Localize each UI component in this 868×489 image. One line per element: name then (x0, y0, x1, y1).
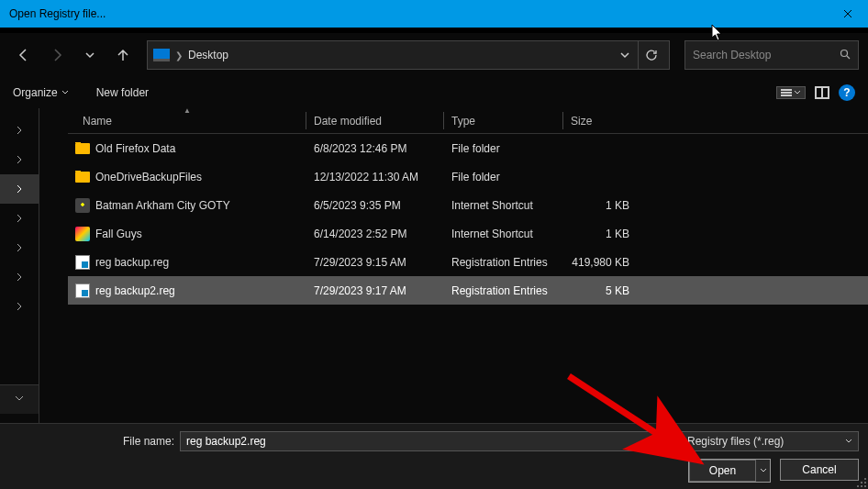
close-icon (843, 9, 852, 18)
file-date: 12/13/2022 11:30 AM (306, 171, 444, 183)
file-row[interactable]: OneDriveBackupFiles12/13/2022 11:30 AMFi… (68, 162, 868, 191)
file-size: 419,980 KB (563, 256, 637, 269)
chevron-down-icon (760, 467, 767, 474)
chevron-down-icon (794, 89, 801, 96)
open-button[interactable]: Open (689, 460, 755, 482)
file-size: 1 KB (563, 199, 637, 212)
tree-item[interactable] (0, 145, 39, 174)
file-size: 1 KB (563, 228, 637, 240)
file-row[interactable]: Fall Guys6/14/2023 2:52 PMInternet Short… (68, 219, 868, 248)
file-date: 6/5/2023 9:35 PM (306, 199, 444, 212)
file-date: 7/29/2023 9:17 AM (306, 284, 444, 297)
cancel-button[interactable]: Cancel (780, 459, 859, 481)
arrow-up-icon (116, 48, 130, 62)
refresh-button[interactable] (638, 41, 663, 69)
refresh-icon (645, 49, 658, 61)
address-bar[interactable]: ❯ Desktop (147, 40, 670, 70)
file-name: Old Firefox Data (95, 142, 175, 155)
column-headers: ▲ Name Date modified Type Size (68, 108, 868, 134)
file-type: Internet Shortcut (444, 199, 563, 212)
file-row[interactable]: reg backup.reg7/29/2023 9:15 AMRegistrat… (68, 248, 868, 276)
recent-dropdown[interactable] (75, 40, 105, 70)
folder-icon (75, 143, 90, 154)
file-name: reg backup.reg (95, 256, 169, 269)
forward-button[interactable] (42, 40, 72, 70)
chevron-down-icon (85, 50, 95, 60)
tree-item[interactable] (0, 233, 39, 262)
preview-pane-icon (815, 86, 829, 99)
file-size: 5 KB (563, 284, 637, 297)
window-title: Open Registry file... (9, 7, 827, 20)
file-type: Registration Entries (444, 284, 563, 297)
tree-item[interactable] (0, 292, 39, 321)
help-button[interactable]: ? (839, 84, 855, 101)
file-type: File folder (444, 142, 563, 155)
tree-item[interactable] (0, 204, 39, 233)
tree-item[interactable] (0, 384, 39, 414)
filetype-select[interactable]: Registry files (*.reg) (681, 431, 859, 451)
file-type: Registration Entries (444, 256, 563, 269)
file-row[interactable]: Batman Arkham City GOTY6/5/2023 9:35 PMI… (68, 191, 868, 219)
view-options-button[interactable] (776, 86, 806, 99)
chevron-down-icon (845, 438, 852, 445)
tree-folder-column (39, 108, 68, 423)
column-date[interactable]: Date modified (306, 108, 444, 133)
tree-item[interactable] (0, 262, 39, 292)
filename-input[interactable] (180, 431, 675, 451)
svg-point-0 (841, 50, 848, 57)
file-type: Internet Shortcut (444, 228, 563, 240)
chevron-down-icon (61, 89, 69, 96)
back-button[interactable] (9, 40, 39, 70)
nav-tree (0, 108, 39, 423)
up-button[interactable] (108, 40, 138, 70)
search-input[interactable] (693, 49, 840, 61)
arrow-right-icon (50, 48, 64, 62)
preview-pane-button[interactable] (815, 86, 829, 99)
toolbar: Organize New folder ? (0, 77, 868, 108)
arrow-left-icon (17, 48, 31, 62)
new-folder-button[interactable]: New folder (96, 86, 149, 99)
file-date: 6/8/2023 12:46 PM (306, 142, 444, 155)
file-name: Fall Guys (95, 228, 142, 240)
chevron-down-icon (620, 50, 629, 60)
footer-panel: File name: Registry files (*.reg) Open C… (0, 423, 868, 489)
desktop-icon (153, 49, 170, 61)
shortcut-icon (75, 198, 90, 213)
column-name[interactable]: ▲ Name (68, 108, 306, 133)
filename-label: File name: (9, 435, 174, 448)
column-size[interactable]: Size (563, 108, 637, 133)
file-date: 7/29/2023 9:15 AM (306, 256, 444, 269)
main-area: ▲ Name Date modified Type Size Old Firef… (0, 108, 868, 423)
folder-icon (75, 172, 90, 183)
search-icon (840, 47, 851, 63)
list-view-icon (781, 89, 792, 96)
resize-grip[interactable] (855, 476, 866, 487)
file-date: 6/14/2023 2:52 PM (306, 228, 444, 240)
title-bar: Open Registry file... (0, 0, 868, 28)
tree-item[interactable] (0, 174, 39, 204)
address-history-dropdown[interactable] (612, 41, 638, 69)
file-type: File folder (444, 171, 563, 183)
file-name: OneDriveBackupFiles (95, 171, 202, 183)
organize-menu[interactable]: Organize (13, 86, 69, 99)
tree-item[interactable] (0, 116, 39, 145)
file-name: reg backup2.reg (95, 284, 175, 297)
nav-bar: ❯ Desktop (0, 33, 868, 77)
breadcrumb-segment[interactable]: Desktop (188, 49, 228, 61)
open-button-group: Open (688, 459, 771, 483)
reg-file-icon (75, 255, 90, 270)
close-button[interactable] (827, 0, 868, 28)
sort-ascending-icon: ▲ (184, 106, 191, 115)
file-row[interactable]: Old Firefox Data6/8/2023 12:46 PMFile fo… (68, 134, 868, 162)
search-box[interactable] (684, 40, 859, 70)
column-type[interactable]: Type (444, 108, 563, 133)
open-dropdown[interactable] (755, 460, 770, 482)
file-list: ▲ Name Date modified Type Size Old Firef… (68, 108, 868, 423)
breadcrumb-sep: ❯ (175, 50, 183, 61)
file-name: Batman Arkham City GOTY (95, 199, 230, 212)
shortcut-icon (75, 227, 90, 241)
reg-file-icon (75, 283, 90, 298)
file-row[interactable]: reg backup2.reg7/29/2023 9:17 AMRegistra… (68, 276, 868, 305)
